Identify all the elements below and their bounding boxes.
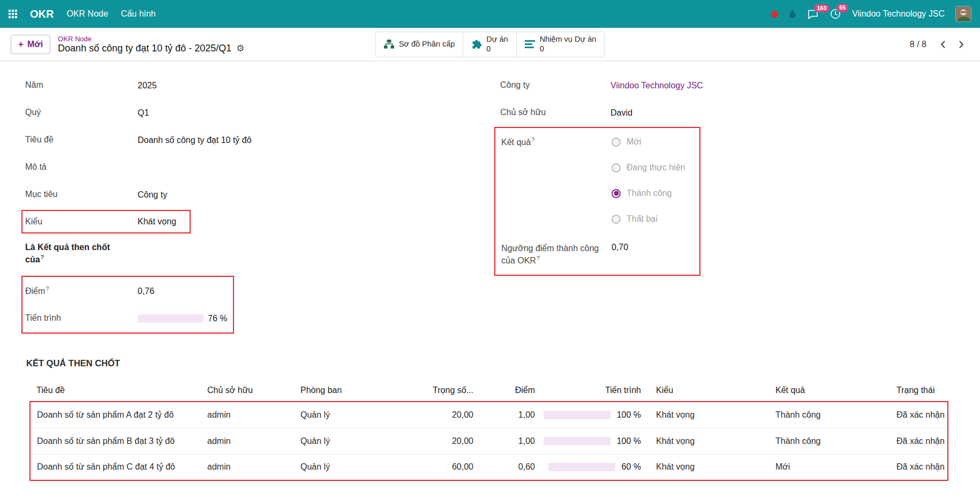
progress-percent: 60 % bbox=[622, 462, 641, 472]
field-value: 0,70 bbox=[612, 242, 628, 252]
field-value: Q1 bbox=[138, 108, 149, 118]
project-tasks-button[interactable]: Nhiệm vụ Dự án 0 bbox=[516, 32, 605, 57]
field-label: Mục tiêu bbox=[25, 188, 138, 200]
section-title: KẾT QUẢ THEN CHỐT bbox=[26, 358, 980, 368]
annotation-box-result: Kết quả? Mới Đang thực hiện Thành côn bbox=[494, 127, 700, 276]
result-radio-option[interactable]: Thành công bbox=[612, 180, 685, 206]
record-dot-icon bbox=[771, 11, 778, 18]
messages-badge: 160 bbox=[814, 4, 829, 13]
column-header-title[interactable]: Tiêu đề bbox=[30, 379, 201, 402]
new-button[interactable]: + Mới bbox=[11, 35, 50, 54]
kr-weight: 20,00 bbox=[388, 428, 473, 454]
field-result: Kết quả? Mới Đang thực hiện Thành côn bbox=[501, 129, 699, 232]
kr-score: 0,60 bbox=[473, 454, 535, 480]
breadcrumb-parent-link[interactable]: OKR Node bbox=[58, 35, 244, 43]
droplet-icon[interactable] bbox=[789, 9, 796, 19]
column-header-weight[interactable]: Trọng số... bbox=[388, 379, 473, 402]
user-company-menu[interactable]: Viindoo Technology JSC bbox=[852, 9, 945, 19]
form-sheet: Năm 2025 Quý Q1 Tiêu đề Doanh số công ty… bbox=[0, 61, 980, 498]
field-value: Khát vọng bbox=[138, 217, 176, 227]
progress-track bbox=[548, 463, 615, 471]
result-radio-option[interactable]: Thất bại bbox=[612, 206, 685, 232]
stat-button-value: 0 bbox=[540, 44, 597, 54]
progress-track bbox=[138, 314, 203, 323]
activities-clock-icon[interactable]: 65 bbox=[830, 8, 841, 20]
field-threshold: Ngưỡng điểm thành công của OKR? 0,70 bbox=[501, 242, 699, 267]
menu-okr-node[interactable]: OKR Node bbox=[66, 9, 108, 19]
column-header-type[interactable]: Kiểu bbox=[647, 379, 767, 402]
help-mark: ? bbox=[41, 254, 44, 260]
form-right-column: Công ty Viindoo Technology JSC Chủ sở hữ… bbox=[443, 72, 980, 334]
field-label: Năm bbox=[25, 79, 138, 91]
field-value: David bbox=[610, 108, 632, 118]
field-year: Năm 2025 bbox=[25, 72, 443, 99]
kr-owner: admin bbox=[201, 428, 295, 454]
kr-owner: admin bbox=[201, 402, 295, 428]
key-result-row[interactable]: Doanh số từ sản phẩm C đạt 4 tỷ đô admin… bbox=[30, 454, 948, 480]
column-header-owner[interactable]: Chủ sở hữu bbox=[201, 379, 295, 402]
field-title: Tiêu đề Doanh số công ty đạt 10 tỷ đô bbox=[25, 126, 443, 154]
progress-percent: 100 % bbox=[617, 410, 641, 420]
kr-progress-bar: 100 % bbox=[541, 436, 647, 446]
field-parent-key-result: Là Kết quả then chốt của? bbox=[25, 235, 443, 273]
apps-grid-icon[interactable] bbox=[9, 10, 17, 18]
key-result-row[interactable]: Doanh số từ sản phẩm B đạt 3 tỷ đô admin… bbox=[30, 428, 948, 454]
annotation-box-score-progress: Điểm? 0,76 Tiến trình 76 % bbox=[21, 276, 234, 334]
kr-type: Khát vọng bbox=[647, 454, 767, 480]
result-radio-option[interactable]: Mới bbox=[612, 129, 685, 155]
task-list-icon bbox=[525, 40, 535, 49]
kr-progress-bar: 100 % bbox=[541, 410, 647, 420]
kr-department: Quản lý bbox=[295, 428, 388, 454]
progress-track bbox=[544, 411, 610, 419]
kr-progress-bar: 60 % bbox=[541, 462, 647, 472]
control-panel: + Mới OKR Node Doanh số công ty đạt 10 t… bbox=[0, 28, 980, 61]
progress-bar: 76 % bbox=[138, 314, 227, 323]
progress-percent: 100 % bbox=[617, 436, 641, 446]
column-header-score[interactable]: Điểm bbox=[473, 379, 535, 402]
field-owner: Chủ sở hữu David bbox=[500, 99, 980, 126]
field-company: Công ty Viindoo Technology JSC bbox=[500, 72, 980, 99]
new-button-label: Mới bbox=[27, 40, 43, 49]
field-label: Ngưỡng điểm thành công của OKR? bbox=[501, 242, 612, 267]
field-label: Quý bbox=[25, 107, 138, 118]
key-result-row[interactable]: Doanh số từ sản phẩm A đạt 2 tỷ đô admin… bbox=[30, 402, 948, 428]
stat-button-group: Sơ đồ Phân cấp Dự án 0 Nhiệm vụ Dự án 0 bbox=[375, 32, 605, 57]
kr-score: 1,00 bbox=[473, 402, 535, 428]
kr-status: Đã xác nhận bbox=[891, 402, 948, 428]
kr-title: Doanh số từ sản phẩm C đạt 4 tỷ đô bbox=[30, 454, 201, 480]
kr-type: Khát vọng bbox=[647, 428, 767, 454]
kr-department: Quản lý bbox=[295, 402, 388, 428]
kr-result: Mới bbox=[767, 454, 891, 480]
projects-button[interactable]: Dự án 0 bbox=[463, 32, 516, 57]
annotation-box-key-results: Doanh số từ sản phẩm A đạt 2 tỷ đô admin… bbox=[30, 402, 948, 480]
kr-department: Quản lý bbox=[295, 454, 388, 480]
field-label: Tiến trình bbox=[25, 312, 138, 324]
column-header-department[interactable]: Phòng ban bbox=[295, 379, 388, 402]
gear-icon[interactable]: ⚙ bbox=[236, 44, 244, 53]
pager-count: 8 / 8 bbox=[910, 40, 926, 49]
plus-icon: + bbox=[18, 39, 24, 50]
user-avatar[interactable] bbox=[955, 6, 971, 22]
field-label: Là Kết quả then chốt của? bbox=[25, 242, 138, 266]
hierarchy-chart-button[interactable]: Sơ đồ Phân cấp bbox=[376, 32, 463, 57]
field-label: Công ty bbox=[500, 79, 610, 91]
form-left-column: Năm 2025 Quý Q1 Tiêu đề Doanh số công ty… bbox=[25, 72, 443, 334]
result-radio-option[interactable]: Đang thực hiện bbox=[612, 155, 685, 180]
activities-badge: 65 bbox=[836, 4, 848, 12]
kr-type: Khát vọng bbox=[647, 402, 767, 428]
column-header-result[interactable]: Kết quả bbox=[767, 379, 891, 402]
kr-result: Thành công bbox=[767, 428, 891, 454]
help-mark: ? bbox=[46, 285, 49, 292]
column-header-progress[interactable]: Tiến trình bbox=[535, 379, 647, 402]
field-label: Điểm? bbox=[25, 285, 138, 298]
result-radio-group: Mới Đang thực hiện Thành công Thất bbox=[612, 129, 685, 232]
pager-previous-button[interactable] bbox=[935, 37, 951, 51]
messages-icon[interactable]: 160 bbox=[807, 9, 819, 20]
menu-cau-hinh[interactable]: Cấu hình bbox=[121, 9, 156, 19]
company-link[interactable]: Viindoo Technology JSC bbox=[610, 81, 703, 90]
pager-next-button[interactable] bbox=[953, 37, 969, 51]
record-title: Doanh số công ty đạt 10 tỷ đô - 2025/Q1 bbox=[58, 43, 231, 54]
column-header-status[interactable]: Trạng thái bbox=[891, 379, 948, 402]
app-name[interactable]: OKR bbox=[30, 8, 54, 20]
kr-score: 1,00 bbox=[473, 428, 535, 454]
